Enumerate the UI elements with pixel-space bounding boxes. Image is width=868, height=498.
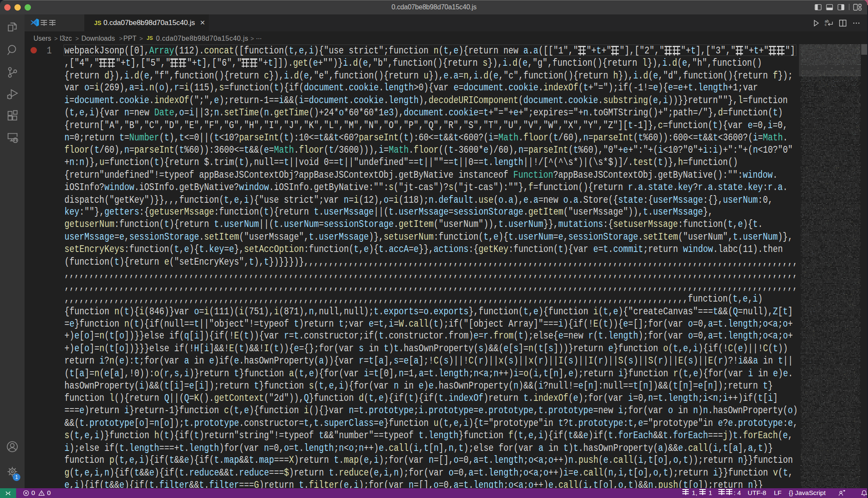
svg-text:c: c — [825, 23, 827, 27]
